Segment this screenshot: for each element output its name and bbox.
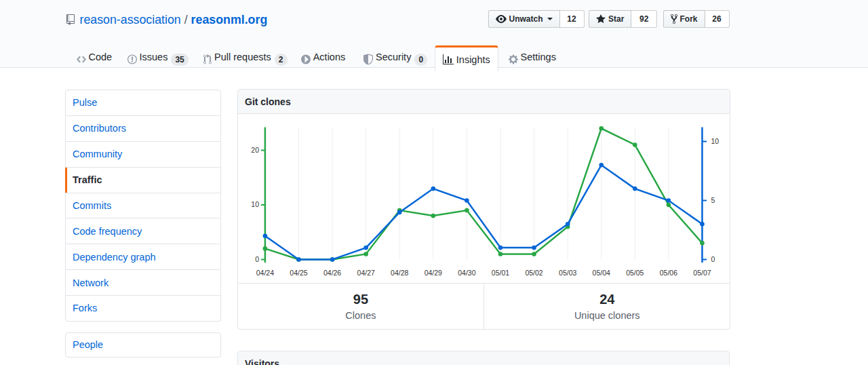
- svg-text:0: 0: [255, 256, 259, 263]
- svg-text:04/27: 04/27: [357, 269, 374, 277]
- svg-text:10: 10: [711, 138, 719, 145]
- svg-text:04/28: 04/28: [391, 269, 408, 277]
- svg-text:05/01: 05/01: [491, 269, 509, 277]
- svg-text:05/04: 05/04: [592, 269, 610, 277]
- svg-text:20: 20: [251, 147, 259, 154]
- svg-text:05/05: 05/05: [626, 269, 644, 277]
- svg-text:04/29: 04/29: [424, 269, 441, 277]
- svg-text:04/26: 04/26: [323, 269, 340, 277]
- svg-text:0: 0: [711, 256, 715, 263]
- svg-text:04/24: 04/24: [256, 269, 273, 277]
- svg-text:04/25: 04/25: [290, 269, 307, 277]
- svg-text:05/02: 05/02: [525, 269, 542, 277]
- svg-text:05/06: 05/06: [659, 269, 677, 277]
- svg-text:05/03: 05/03: [559, 269, 576, 277]
- svg-text:04/30: 04/30: [458, 269, 475, 277]
- svg-text:5: 5: [711, 197, 715, 204]
- svg-text:05/07: 05/07: [693, 269, 711, 277]
- svg-text:10: 10: [251, 201, 259, 208]
